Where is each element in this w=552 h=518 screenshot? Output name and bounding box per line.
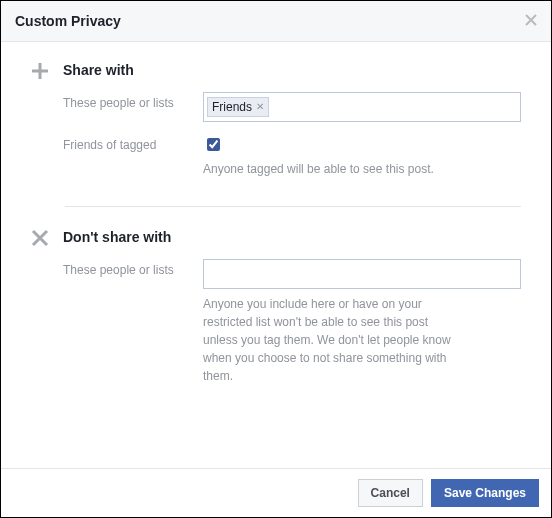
share-people-label: These people or lists [63,92,203,110]
token-remove-icon[interactable]: ✕ [256,99,264,115]
share-heading: Share with [63,62,521,78]
token-label: Friends [212,99,252,115]
plus-icon [31,62,49,83]
share-people-row: These people or lists Friends ✕ [63,92,521,122]
dont-share-people-label: These people or lists [63,259,203,277]
x-icon [31,229,49,250]
cancel-button[interactable]: Cancel [358,479,423,507]
dialog-footer: Cancel Save Changes [1,468,551,517]
dialog-title: Custom Privacy [15,13,121,29]
friends-tagged-row: Friends of tagged Anyone tagged will be … [63,134,521,178]
section-divider [65,206,521,207]
share-people-input[interactable]: Friends ✕ [203,92,521,122]
close-icon[interactable] [525,13,537,29]
dont-share-people-input[interactable] [203,259,521,289]
dont-share-heading: Don't share with [63,229,521,245]
friends-tagged-note: Anyone tagged will be able to see this p… [203,160,521,178]
custom-privacy-dialog: Custom Privacy Share with These people o… [0,0,552,518]
share-with-section: Share with These people or lists Friends… [31,62,521,190]
friends-tagged-checkbox[interactable] [207,138,220,151]
dont-share-section: Don't share with These people or lists A… [31,229,521,397]
dialog-header: Custom Privacy [1,1,551,42]
dont-share-people-row: These people or lists Anyone you include… [63,259,521,385]
friends-tagged-label: Friends of tagged [63,134,203,152]
dont-share-note: Anyone you include here or have on your … [203,295,463,385]
save-changes-button[interactable]: Save Changes [431,479,539,507]
dialog-body: Share with These people or lists Friends… [1,42,551,468]
share-token-friends[interactable]: Friends ✕ [207,97,269,117]
